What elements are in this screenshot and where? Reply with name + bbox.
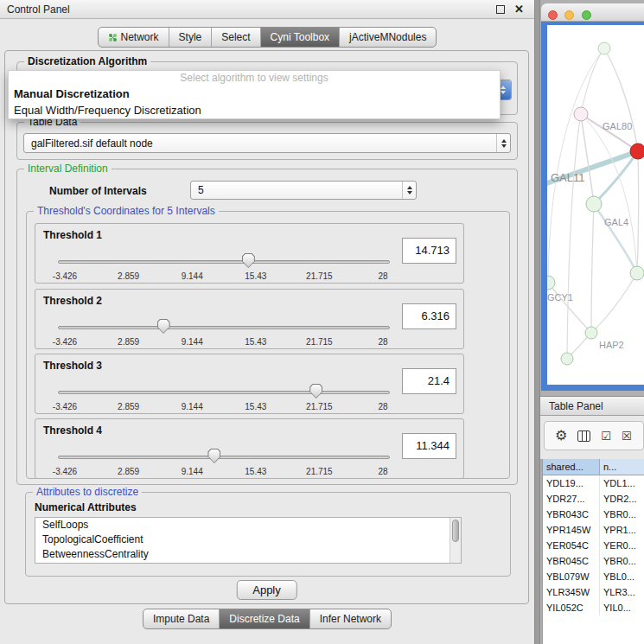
network-node[interactable] <box>561 353 573 365</box>
algorithm-dropdown: Select algorithm to view settings Manual… <box>8 70 501 119</box>
slider-track[interactable] <box>58 456 390 459</box>
tab-network[interactable]: Network <box>99 28 169 47</box>
table-row[interactable]: YIL052C YIL0... <box>543 600 644 615</box>
tab-select[interactable]: Select <box>211 28 259 47</box>
cell-name[interactable]: YDL1... <box>600 475 644 491</box>
select-all-checkbox-icon[interactable]: ☑ <box>601 430 611 442</box>
table-row[interactable]: YDL19... YDL1... <box>543 475 644 491</box>
minimize-button[interactable] <box>564 10 574 20</box>
cell-shared-name[interactable]: YIL052C <box>543 600 600 615</box>
network-node[interactable] <box>586 196 602 212</box>
slider-track[interactable] <box>58 391 390 394</box>
network-node[interactable] <box>547 276 555 290</box>
cell-name[interactable]: YBR0... <box>600 553 644 569</box>
table-data-group: Table Data galFiltered.sif default node <box>16 122 518 160</box>
control-panel-title: Control Panel <box>7 3 70 16</box>
network-window-titlebar <box>541 3 644 22</box>
threshold-3-slider[interactable]: -3.426 2.859 9.144 15.43 21.715 28 <box>37 383 400 412</box>
deselect-checkbox-icon[interactable]: ☒ <box>622 430 632 442</box>
tick-label: 2.859 <box>118 271 139 281</box>
slider-track[interactable] <box>58 326 390 329</box>
list-item[interactable]: SelfLoops <box>35 518 461 532</box>
threshold-4-slider[interactable]: -3.426 2.859 9.144 15.43 21.715 28 <box>37 448 400 477</box>
slider-thumb[interactable] <box>207 449 220 463</box>
threshold-2-slider[interactable]: -3.426 2.859 9.144 15.43 21.715 28 <box>37 318 400 348</box>
table-row[interactable]: YBL079W YBL0... <box>543 569 644 584</box>
cell-name[interactable]: YDR2... <box>600 491 644 507</box>
slider-thumb[interactable] <box>242 253 255 268</box>
control-panel: Control Panel ✕ Network Style Select Cyn… <box>0 0 534 644</box>
threshold-value-field[interactable]: 11.344 <box>402 433 456 459</box>
numerical-attributes-label: Numerical Attributes <box>35 501 137 513</box>
dropdown-option-equal-width-frequency[interactable]: Equal Width/Frequency Discretization <box>9 102 500 118</box>
threshold-value-field[interactable]: 14.713 <box>402 238 456 264</box>
threshold-1-slider[interactable]: -3.426 2.859 9.144 15.43 21.715 28 <box>37 252 400 282</box>
cell-name[interactable]: YPR1... <box>600 522 644 538</box>
tick-label: 21.715 <box>306 271 333 281</box>
float-window-icon[interactable] <box>496 5 505 14</box>
table-row[interactable]: YDR27... YDR2... <box>543 491 644 507</box>
tick-label: 21.715 <box>306 337 333 347</box>
tick-label: 15.43 <box>245 402 266 411</box>
close-icon[interactable]: ✕ <box>514 3 524 16</box>
cell-name[interactable]: YLR3... <box>600 584 644 600</box>
list-item[interactable]: BetweennessCentrality <box>35 547 461 562</box>
tab-jactivemnodules[interactable]: jActiveMNodules <box>339 28 436 47</box>
table-row[interactable]: YBR045C YBR0... <box>543 553 644 569</box>
cell-shared-name[interactable]: YLR345W <box>543 584 600 600</box>
tab-cyni-toolbox[interactable]: Cyni Toolbox <box>260 28 339 47</box>
apply-button[interactable]: Apply <box>236 580 297 600</box>
table-row[interactable]: YBR043C YBR0... <box>543 507 644 522</box>
slider-track[interactable] <box>58 260 390 264</box>
close-button[interactable] <box>548 10 558 20</box>
network-node[interactable] <box>598 42 610 54</box>
cell-shared-name[interactable]: YDL19... <box>543 475 600 491</box>
network-graph: GAL80GAL11GAL4GCY1HAP2 <box>547 25 644 385</box>
table-data-combobox[interactable]: galFiltered.sif default node <box>23 133 511 153</box>
tick-label: 21.715 <box>306 467 333 476</box>
cell-name[interactable]: YIL0... <box>600 600 644 615</box>
cell-shared-name[interactable]: YDR27... <box>543 491 600 507</box>
cell-shared-name[interactable]: YBR043C <box>543 507 600 522</box>
tick-label: 2.859 <box>118 402 139 411</box>
cell-shared-name[interactable]: YPR145W <box>543 522 600 538</box>
slider-thumb[interactable] <box>157 319 170 334</box>
threshold-4-block: Threshold 4 -3.426 2.859 9.144 15.43 21.… <box>35 418 464 479</box>
cell-name[interactable]: YER0... <box>600 538 644 553</box>
group-title: Interval Definition <box>24 163 112 175</box>
network-node[interactable] <box>630 143 644 159</box>
table-row[interactable]: YER054C YER0... <box>543 538 644 553</box>
zoom-button[interactable] <box>582 10 591 20</box>
cell-shared-name[interactable]: YER054C <box>543 538 600 553</box>
number-of-intervals-combobox[interactable]: 5 <box>190 181 417 200</box>
cell-name[interactable]: YBR0... <box>600 507 644 522</box>
combobox-stepper-icon[interactable] <box>402 182 416 199</box>
cell-shared-name[interactable]: YBR045C <box>543 553 600 569</box>
tab-impute-data[interactable]: Impute Data <box>143 609 219 628</box>
combobox-stepper-icon[interactable] <box>496 134 510 152</box>
network-node[interactable] <box>630 266 644 280</box>
threshold-value-field[interactable]: 6.316 <box>402 303 456 329</box>
thresholds-group: Threshold's Coordinates for 5 Intervals … <box>26 211 510 479</box>
column-header-name[interactable]: n... <box>600 459 644 475</box>
threshold-value-field[interactable]: 21.4 <box>402 368 456 394</box>
settings-gear-icon[interactable]: ⚙ <box>555 429 567 443</box>
table-row[interactable]: YPR145W YPR1... <box>543 522 644 538</box>
cell-shared-name[interactable]: YBL079W <box>543 569 600 584</box>
tab-infer-network[interactable]: Infer Network <box>309 609 391 628</box>
cell-name[interactable]: YBL0... <box>600 569 644 584</box>
network-node[interactable] <box>574 107 588 121</box>
scrollbar-thumb[interactable] <box>452 520 459 542</box>
slider-thumb[interactable] <box>309 384 322 399</box>
network-node[interactable] <box>585 327 597 339</box>
tab-style[interactable]: Style <box>169 28 212 47</box>
list-item[interactable]: TopologicalCoefficient <box>35 532 461 547</box>
columns-icon[interactable] <box>577 430 590 442</box>
list-scrollbar[interactable] <box>450 518 461 563</box>
network-canvas[interactable]: GAL80GAL11GAL4GCY1HAP2 <box>547 25 644 385</box>
tab-discretize-data[interactable]: Discretize Data <box>219 609 309 628</box>
dropdown-option-manual-discretization[interactable]: Manual Discretization <box>9 86 500 102</box>
panel-divider[interactable] <box>534 0 540 644</box>
column-header-shared-name[interactable]: shared... <box>543 459 600 475</box>
table-row[interactable]: YLR345W YLR3... <box>543 584 644 600</box>
